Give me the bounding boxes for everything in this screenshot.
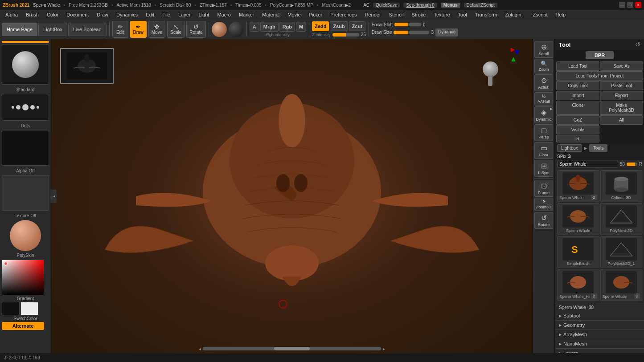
menu-marker[interactable]: Marker	[235, 11, 258, 18]
scroll-left-arrow[interactable]: ◂	[199, 346, 201, 351]
zoom3d-btn[interactable]: 🔭 Zoom3D	[534, 198, 553, 211]
dots-thumbnail[interactable]	[2, 94, 49, 121]
subtool-name-input[interactable]	[557, 161, 618, 167]
scroll-right-arrow[interactable]: ▸	[383, 346, 385, 351]
arraymesh-section[interactable]: ▶ ArrayMesh	[555, 330, 644, 339]
draw-btn[interactable]: ✒Draw	[130, 21, 147, 38]
viewport-scrollbar[interactable]: ◂ ▸	[51, 346, 533, 351]
texture-thumbnail[interactable]	[2, 175, 49, 211]
tool-item-cylinder3d[interactable]: Cylinder3D	[600, 170, 643, 202]
menu-transform[interactable]: Transform	[472, 11, 501, 18]
r-btn[interactable]: R	[556, 135, 599, 142]
lightbox-toggle-btn[interactable]: Lightbox	[557, 144, 582, 152]
m-btn[interactable]: M	[296, 22, 306, 32]
persp-btn[interactable]: ◻ Persp	[534, 124, 553, 141]
brush-material-sphere[interactable]	[212, 22, 227, 37]
tool-item-simplebrush[interactable]: S SimpleBrush	[557, 236, 599, 268]
frame-btn[interactable]: ⊡ Frame	[534, 180, 553, 197]
menu-dynamics[interactable]: Dynamics	[113, 11, 141, 18]
menus-btn[interactable]: Menus	[441, 3, 460, 8]
zsub-btn[interactable]: Zsub	[330, 21, 348, 31]
paste-tool-btn[interactable]: Paste Tool	[600, 81, 643, 90]
brush-thumbnail[interactable]	[2, 45, 49, 85]
viewport[interactable]: ◂ ▸ ◂	[51, 39, 533, 353]
load-tools-from-project-btn[interactable]: Load Tools From Project	[556, 71, 643, 81]
floor-btn[interactable]: ▭ Floor	[534, 142, 553, 159]
z-intensity-slider[interactable]	[332, 33, 359, 37]
tool-item-whale2[interactable]: Sperm Whale 2	[600, 269, 643, 301]
zadd-btn[interactable]: Zadd	[312, 21, 329, 31]
menu-zplugin[interactable]: Zplugin	[501, 11, 525, 18]
tool-item-polywhale[interactable]: Sperm Whale	[557, 203, 599, 235]
draw-size-slider[interactable]	[394, 31, 429, 34]
menu-texture[interactable]: Texture	[430, 11, 453, 18]
layers-section[interactable]: ▶ Layers	[555, 349, 644, 353]
menu-render[interactable]: Render	[361, 11, 385, 18]
tool-item-polymesh3d1[interactable]: PolyMesh3D_1	[600, 236, 643, 268]
menu-file[interactable]: File	[159, 11, 174, 18]
save-as-btn[interactable]: Save As	[600, 61, 643, 71]
close-btn[interactable]: ✕	[635, 2, 641, 8]
menu-edit[interactable]: Edit	[142, 11, 158, 18]
liveboolean-btn[interactable]: Live Boolean	[68, 23, 107, 36]
tool-item-spermwhale[interactable]: Sperm Whale 2	[557, 170, 599, 202]
white-swatch[interactable]	[21, 302, 38, 315]
zcut-btn[interactable]: Zcut	[349, 21, 365, 31]
nanomesh-section[interactable]: ▶ NanoMesh	[555, 339, 644, 349]
bpr-btn[interactable]: BPR	[586, 51, 614, 59]
aahalf-btn[interactable]: ½ AAHalf	[534, 92, 553, 106]
a-channel-btn[interactable]: A	[250, 22, 259, 32]
menu-help[interactable]: Help	[552, 11, 570, 18]
menu-movie[interactable]: Movie	[284, 11, 304, 18]
dynamic-cam-btn[interactable]: ◈ Dynamic ▶	[534, 106, 553, 123]
move-btn[interactable]: ✥Move	[148, 21, 165, 38]
menu-preferences[interactable]: Preferences	[327, 11, 360, 18]
mrgb-btn[interactable]: Mrgb	[260, 22, 279, 32]
focal-shift-slider[interactable]	[394, 23, 421, 26]
rotate-cam-btn[interactable]: ↺ Rotate	[534, 212, 553, 229]
menu-brush[interactable]: Brush	[22, 11, 42, 18]
rotate-btn[interactable]: ↺Rotate	[186, 21, 205, 38]
brush-sphere2[interactable]	[229, 22, 244, 37]
copy-tool-btn[interactable]: Copy Tool	[556, 81, 599, 90]
tool-item-polymesh3d[interactable]: PolyMesh3D	[600, 203, 643, 235]
tools-toggle-btn[interactable]: Tools	[589, 144, 607, 152]
menu-stroke[interactable]: Stroke	[408, 11, 430, 18]
dynamic-btn[interactable]: Dynamic	[435, 28, 458, 37]
subtool-r-btn[interactable]: R	[639, 162, 642, 167]
scroll-btn[interactable]: ⊕ Scroll	[534, 41, 553, 58]
clone-btn[interactable]: Clone	[556, 101, 599, 115]
menu-stencil[interactable]: Stencil	[386, 11, 407, 18]
menu-material[interactable]: Material	[258, 11, 283, 18]
scale-btn[interactable]: ⤡Scale	[167, 21, 185, 38]
subtool-slider[interactable]	[627, 163, 637, 166]
zoom-btn[interactable]: 🔍 Zoom	[534, 59, 553, 73]
menu-draw[interactable]: Draw	[93, 11, 112, 18]
subtool-section[interactable]: ▶ Subtool	[555, 311, 644, 321]
tool-refresh-btn[interactable]: ↺	[635, 41, 640, 48]
see-through-btn[interactable]: See-through 0	[403, 3, 437, 8]
tool-item-whalehi[interactable]: Sperm Whale_Hi 2	[557, 269, 599, 301]
black-swatch[interactable]	[2, 302, 20, 315]
minimize-btn[interactable]: —	[619, 2, 625, 8]
homepage-btn[interactable]: Home Page	[2, 23, 37, 36]
scrollbar-thumb[interactable]	[274, 347, 310, 350]
load-tool-btn[interactable]: Load Tool	[556, 61, 599, 71]
menu-layer[interactable]: Layer	[175, 11, 194, 18]
polyskin-sphere[interactable]	[10, 220, 41, 251]
actual-btn[interactable]: ⊙ Actual	[534, 74, 553, 91]
menu-zscript[interactable]: Zscript	[529, 11, 551, 18]
default-zscript-btn[interactable]: DefaultZScript	[464, 3, 497, 8]
alternate-btn[interactable]: Alternate	[2, 322, 44, 330]
menu-color[interactable]: Color	[43, 11, 62, 18]
goz-btn[interactable]: GoZ	[556, 115, 599, 125]
menu-macro[interactable]: Macro	[213, 11, 234, 18]
alpha-thumbnail[interactable]	[2, 130, 49, 166]
all-btn[interactable]: All	[600, 115, 643, 125]
color-square[interactable]	[2, 260, 44, 295]
import-btn[interactable]: Import	[556, 91, 599, 100]
make-polymesh3d-btn[interactable]: Make PolyMesh3D	[600, 101, 643, 115]
menu-alpha[interactable]: Alpha	[2, 11, 21, 18]
left-expand-btn[interactable]: ◂	[51, 190, 57, 203]
lightbox-btn[interactable]: LightBox	[38, 23, 67, 36]
